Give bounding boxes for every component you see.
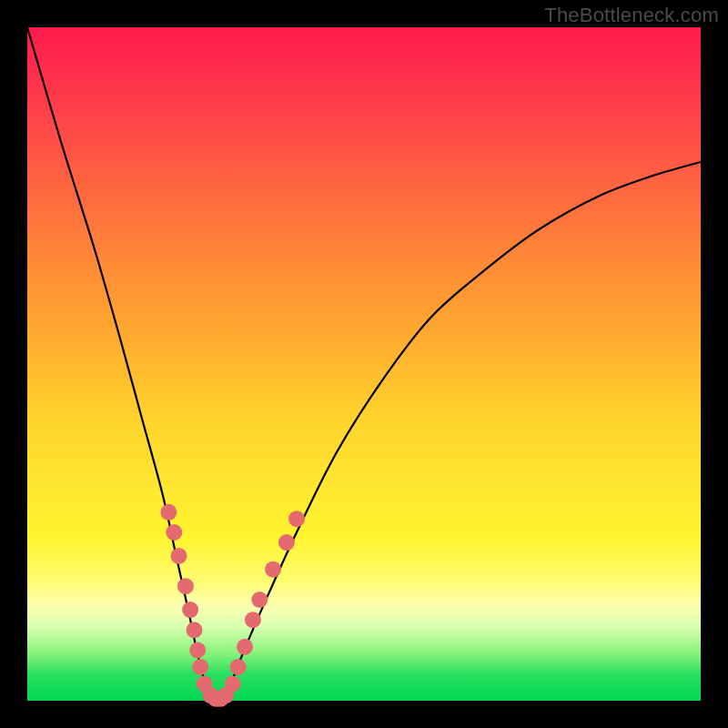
bottleneck-curve [27,27,701,701]
data-marker [278,534,295,551]
data-marker [265,561,281,578]
data-marker [171,548,187,564]
marker-group [160,504,305,707]
data-marker [230,659,247,675]
data-marker [182,602,198,618]
data-marker [225,676,241,693]
data-marker [251,592,268,608]
data-marker [166,524,182,541]
chart-svg [27,27,701,701]
data-marker [189,642,206,659]
data-marker [187,622,203,638]
plot-area [27,27,701,701]
chart-frame: TheBottleneck.com [0,0,728,728]
watermark-text: TheBottleneck.com [544,4,719,27]
data-marker [192,659,208,675]
data-marker [160,504,177,521]
data-marker [177,578,194,594]
data-marker [237,639,253,655]
data-marker [245,612,261,628]
data-marker [288,511,305,527]
